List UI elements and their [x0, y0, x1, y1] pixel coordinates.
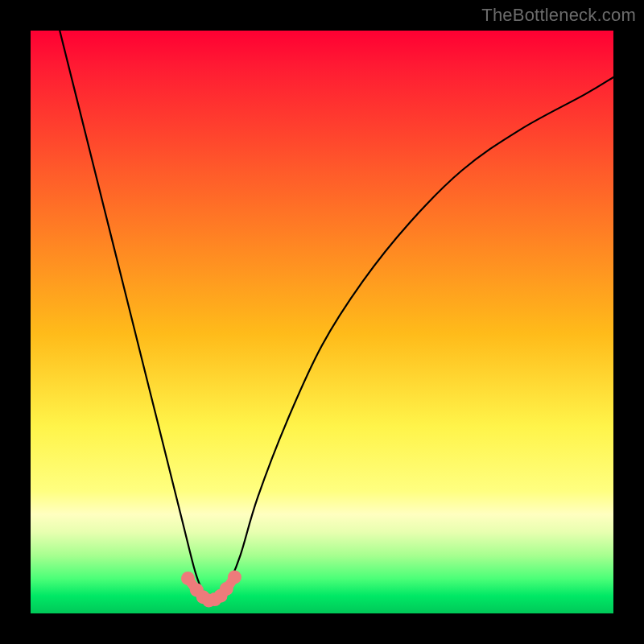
chart-frame: TheBottleneck.com [0, 0, 644, 644]
curve-layer [60, 31, 613, 602]
bottleneck-curve-path [60, 31, 613, 602]
bottleneck-curve-svg [31, 31, 613, 613]
plot-area [31, 31, 613, 613]
marker-point [220, 582, 233, 596]
marker-group [181, 571, 242, 608]
watermark-text: TheBottleneck.com [481, 5, 636, 26]
marker-point [228, 571, 242, 584]
marker-point [181, 572, 195, 585]
